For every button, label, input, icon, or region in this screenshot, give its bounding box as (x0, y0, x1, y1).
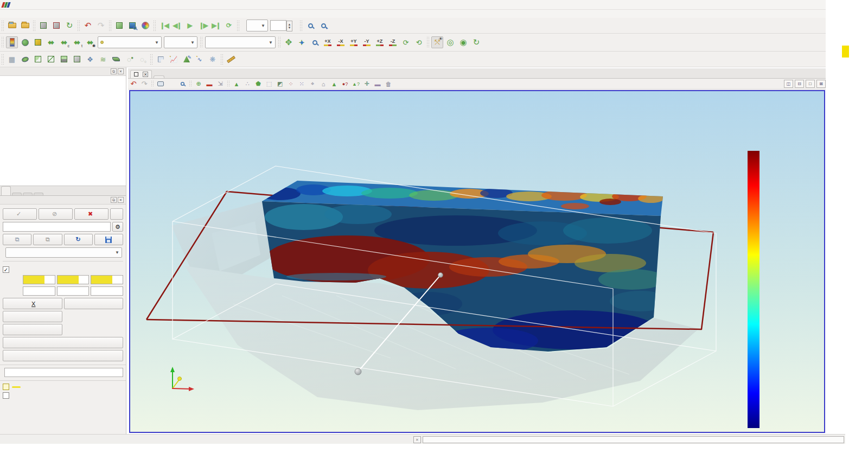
show-plane-checkbox[interactable]: ✓ (3, 266, 9, 273)
render-scene[interactable] (130, 91, 824, 432)
query-points-button[interactable]: ▲? (351, 79, 361, 88)
reset-to-data-bounds-button[interactable] (3, 350, 123, 361)
add-selection-button[interactable]: ⊕ (194, 79, 203, 88)
zoom-to-box-view-button[interactable] (177, 79, 187, 88)
normal-y-field[interactable] (57, 286, 90, 296)
camera-undo-button[interactable]: ↶ (129, 79, 138, 88)
normal-z-field[interactable] (91, 286, 123, 296)
auto-apply-toggle[interactable]: ↻ (63, 20, 75, 31)
properties-close-button[interactable]: ✕ (118, 197, 124, 203)
color-array-select[interactable]: ▼ (98, 36, 162, 48)
copy-properties-button[interactable]: ⧉ (3, 234, 31, 245)
set-view-plus-y-button[interactable]: +Y (348, 36, 360, 48)
preview-mode-button[interactable] (304, 20, 316, 31)
save-defaults-button[interactable] (94, 234, 123, 245)
center-axes-visibility-toggle[interactable]: ◎ (444, 36, 456, 48)
layout-close-icon[interactable]: ✕ (143, 72, 148, 77)
close-view-button[interactable]: ⊠ (816, 80, 826, 88)
calculator-button[interactable]: ▦ (6, 53, 18, 65)
rotate-90-ccw-button[interactable]: ⟲ (413, 36, 425, 48)
help-button[interactable] (110, 208, 123, 220)
interactive-select-cells-button[interactable]: ⁘ (286, 79, 296, 88)
close-button[interactable] (807, 0, 826, 10)
separate-colormap-button[interactable] (32, 36, 44, 48)
connect-button[interactable] (113, 20, 125, 31)
rescale-data-range-button[interactable]: ⬌ (45, 36, 57, 48)
query-cells-button[interactable]: ●? (340, 79, 350, 88)
representation-select[interactable]: ▼ (205, 36, 276, 48)
redo-button[interactable]: ↷ (95, 20, 107, 31)
layout-tab[interactable]: ✕ (130, 70, 152, 78)
select-cells-rect-button[interactable]: ▲ (232, 79, 241, 88)
rescale-custom-range-button[interactable]: ⬌c (58, 36, 70, 48)
ruler-button[interactable] (225, 53, 237, 65)
toggle-selection-modifier-button[interactable]: ⇲ (215, 79, 225, 88)
open-button[interactable] (6, 20, 18, 31)
restore-defaults-button[interactable]: ↻ (64, 234, 93, 245)
select-points-rect-button[interactable]: ∴ (242, 79, 252, 88)
apply-button[interactable]: ✓ (3, 208, 37, 220)
extract-subset-button[interactable] (71, 53, 83, 65)
search-input[interactable] (3, 222, 111, 232)
time-value-dropdown[interactable]: ▼ (246, 20, 268, 31)
set-view-minus-z-button[interactable]: -Z (387, 36, 399, 48)
first-frame-button[interactable]: ❙◀ (158, 20, 170, 31)
next-frame-button[interactable]: ❙▶ (197, 20, 209, 31)
color-legend-bar[interactable] (748, 151, 760, 428)
threshold-button[interactable] (58, 53, 70, 65)
restore-button[interactable] (789, 0, 807, 10)
set-view-plus-z-button[interactable]: +Z (374, 36, 386, 48)
z-normal-button[interactable] (3, 324, 62, 335)
group-datasets-button[interactable]: ◌● (123, 53, 135, 65)
rescale-visible-range-button[interactable]: ⬌◉ (84, 36, 96, 48)
crinkle-clip-checkbox[interactable] (3, 392, 9, 399)
slice-button[interactable] (45, 53, 57, 65)
interactive-select-points-button[interactable]: ⁙ (297, 79, 307, 88)
reset-center-button[interactable]: ↻ (470, 36, 482, 48)
interpolate-button[interactable]: ❋ (207, 53, 219, 65)
split-vertical-button[interactable]: ⊟ (795, 80, 804, 88)
extract-group-button[interactable]: ◌○ (136, 53, 148, 65)
screenshot-button[interactable] (156, 79, 165, 88)
scalar-bar-toggle[interactable] (6, 36, 18, 48)
set-view-plus-x-button[interactable]: +X (322, 36, 334, 48)
y-normal-button[interactable] (3, 311, 62, 322)
render-view[interactable] (129, 90, 825, 433)
set-view-minus-y-button[interactable]: -Y (361, 36, 373, 48)
glyph-button[interactable]: ❖ (84, 53, 96, 65)
origin-z-field[interactable] (91, 275, 123, 284)
zoom-to-data-button[interactable]: ✛ (296, 36, 308, 48)
select-points-polygon-button[interactable]: ⬚ (264, 79, 274, 88)
plot-over-time-button[interactable]: 📈◔ (168, 53, 180, 65)
abort-progress-button[interactable]: ✕ (413, 436, 421, 443)
frame-spinbox[interactable]: ▲▼ (270, 20, 286, 31)
undo-button[interactable]: ↶ (82, 20, 94, 31)
offset-field[interactable] (4, 368, 123, 377)
tab-view[interactable] (12, 193, 22, 195)
find-data-button[interactable] (126, 20, 138, 31)
loop-toggle[interactable]: ⟳ (223, 20, 235, 31)
pipeline-close-button[interactable]: ✕ (118, 68, 124, 74)
reset-camera-button[interactable]: ✥ (283, 36, 295, 48)
hover-cells-button[interactable]: ⌖ (308, 79, 317, 88)
reset-button[interactable]: ⊘ (39, 208, 73, 220)
component-select[interactable]: ▼ (164, 36, 197, 48)
capture-screenshot-button[interactable]: + (317, 20, 329, 31)
minimize-button[interactable] (770, 0, 789, 10)
delete-button[interactable]: ✖ (74, 208, 108, 220)
edit-colormap-button[interactable] (19, 36, 31, 48)
warp-by-vector-button[interactable] (110, 53, 122, 65)
add-layout-tab[interactable] (154, 75, 164, 78)
hover-points-button[interactable]: ⌂ (318, 79, 328, 88)
normal-x-field[interactable] (23, 286, 55, 296)
pipeline-undock-button[interactable]: ⧉ (111, 68, 117, 74)
search-options-button[interactable]: ⚙ (112, 222, 123, 232)
tab-display[interactable] (23, 193, 33, 195)
load-state-button[interactable] (37, 20, 49, 31)
origin-y-field[interactable] (57, 275, 90, 284)
split-horizontal-button[interactable]: ◫ (784, 80, 793, 88)
select-cells-polygon-button[interactable]: ⬟ (253, 79, 263, 88)
camera-redo-button[interactable]: ↷ (139, 79, 149, 88)
plot-data-button[interactable]: ✎ (181, 53, 193, 65)
color-legend[interactable] (748, 151, 760, 428)
